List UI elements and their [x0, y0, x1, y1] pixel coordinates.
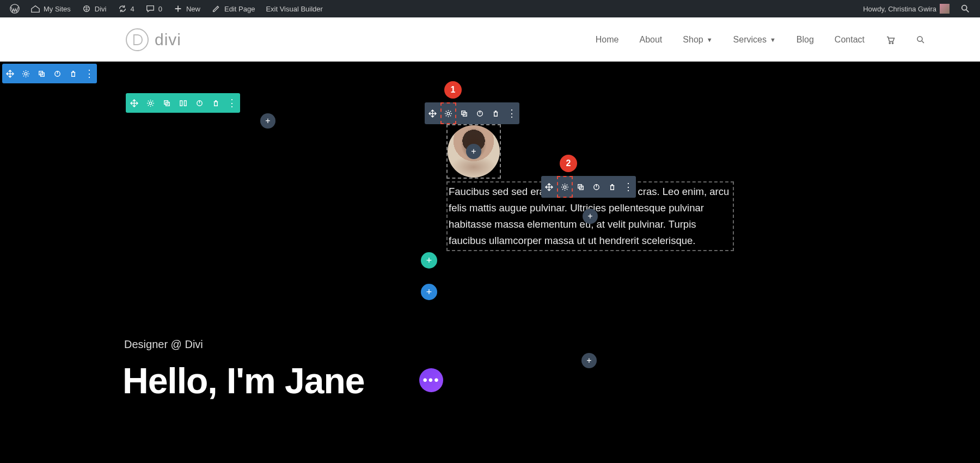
svg-point-5	[892, 42, 893, 43]
add-module-button-wrap: +	[581, 353, 597, 368]
move-icon[interactable]	[541, 176, 557, 198]
hero-subtitle: Designer @ Divi	[124, 338, 203, 351]
exit-builder-link[interactable]: Exit Visual Builder	[260, 0, 328, 17]
add-module-button[interactable]: +	[581, 353, 597, 368]
svg-point-4	[889, 42, 890, 43]
main-nav: Home About Shop▼ Services▼ Blog Contact	[596, 35, 926, 45]
trash-icon[interactable]	[488, 102, 504, 124]
power-icon[interactable]	[50, 64, 65, 83]
svg-rect-14	[180, 100, 182, 105]
hero-title: Hello, I'm Jane	[122, 360, 365, 401]
trash-icon[interactable]	[604, 176, 620, 198]
svg-point-2	[962, 5, 967, 10]
image-module-toolbar: ⋮	[425, 102, 519, 124]
nav-shop[interactable]: Shop▼	[683, 35, 712, 45]
svg-point-7	[24, 72, 27, 75]
columns-icon[interactable]	[175, 93, 191, 113]
avatar-icon	[940, 4, 950, 14]
trash-icon[interactable]	[65, 64, 81, 83]
power-icon[interactable]	[472, 102, 488, 124]
chevron-down-icon: ▼	[770, 36, 776, 43]
gear-icon[interactable]	[557, 176, 573, 198]
svg-point-17	[447, 112, 450, 115]
svg-point-6	[917, 36, 922, 41]
nav-blog[interactable]: Blog	[797, 35, 814, 45]
cart-icon[interactable]	[885, 35, 895, 45]
gear-icon[interactable]	[18, 64, 34, 83]
row-toolbar: ⋮	[126, 93, 240, 113]
power-icon[interactable]	[589, 176, 604, 198]
site-name-link[interactable]: Divi	[76, 0, 112, 17]
updates-link[interactable]: 4	[112, 0, 140, 17]
nav-services[interactable]: Services▼	[733, 35, 776, 45]
section-toolbar: ⋮	[2, 64, 97, 83]
text-module-toolbar: ⋮	[541, 176, 636, 198]
move-icon[interactable]	[2, 64, 18, 83]
builder-more-button[interactable]: •••	[419, 368, 443, 392]
updates-count: 4	[131, 5, 134, 13]
more-icon[interactable]: ⋮	[620, 176, 636, 198]
search-icon[interactable]	[916, 35, 926, 45]
image-module[interactable]: +	[446, 124, 501, 179]
logo-text: divi	[155, 31, 181, 49]
add-module-button[interactable]: +	[583, 209, 598, 224]
wp-admin-bar: My Sites Divi 4 0 New Edit Page Exit Vis…	[0, 0, 980, 17]
svg-point-3	[126, 29, 148, 51]
duplicate-icon[interactable]	[573, 176, 589, 198]
exit-builder-label: Exit Visual Builder	[266, 5, 323, 13]
move-icon[interactable]	[425, 102, 440, 124]
svg-point-11	[149, 102, 152, 105]
site-name-label: Divi	[95, 5, 107, 13]
duplicate-icon[interactable]	[34, 64, 50, 83]
edit-page-link[interactable]: Edit Page	[206, 0, 260, 17]
svg-point-21	[564, 186, 566, 188]
duplicate-icon[interactable]	[159, 93, 175, 113]
move-icon[interactable]	[126, 93, 142, 113]
logo[interactable]: divi	[125, 28, 181, 52]
edit-page-label: Edit Page	[224, 5, 255, 13]
add-module-button-wrap: +	[260, 113, 275, 129]
more-icon[interactable]: ⋮	[224, 93, 240, 113]
gear-icon[interactable]	[440, 102, 456, 124]
more-icon[interactable]: ⋮	[504, 102, 519, 124]
nav-about[interactable]: About	[640, 35, 663, 45]
add-row-button[interactable]: +	[421, 252, 437, 269]
svg-rect-15	[184, 100, 186, 105]
adminbar-search[interactable]	[955, 0, 976, 17]
trash-icon[interactable]	[208, 93, 224, 113]
builder-canvas: ⋮ ⋮ + 1 ⋮ + 2 Faucibus sed sed erat in e…	[0, 62, 980, 463]
more-icon[interactable]: ⋮	[81, 64, 97, 83]
howdy-link[interactable]: Howdy, Christina Gwira	[857, 0, 955, 17]
annotation-badge-1: 1	[444, 81, 462, 99]
wp-logo[interactable]	[4, 0, 25, 17]
add-module-button[interactable]: +	[260, 113, 275, 129]
gear-icon[interactable]	[143, 93, 158, 113]
my-sites-link[interactable]: My Sites	[25, 0, 76, 17]
howdy-text: Howdy, Christina Gwira	[863, 5, 936, 13]
new-label: New	[186, 5, 200, 13]
divi-logo-icon	[125, 28, 149, 52]
nav-contact[interactable]: Contact	[835, 35, 865, 45]
new-link[interactable]: New	[168, 0, 206, 17]
nav-home[interactable]: Home	[596, 35, 619, 45]
duplicate-icon[interactable]	[456, 102, 472, 124]
add-module-button[interactable]: +	[466, 144, 481, 159]
comments-link[interactable]: 0	[140, 0, 168, 17]
add-section-button[interactable]: +	[421, 284, 437, 300]
chevron-down-icon: ▼	[707, 36, 713, 43]
my-sites-label: My Sites	[44, 5, 71, 13]
site-header: divi Home About Shop▼ Services▼ Blog Con…	[0, 17, 980, 62]
comments-count: 0	[158, 5, 162, 13]
annotation-badge-2: 2	[560, 155, 577, 172]
power-icon[interactable]	[192, 93, 207, 113]
